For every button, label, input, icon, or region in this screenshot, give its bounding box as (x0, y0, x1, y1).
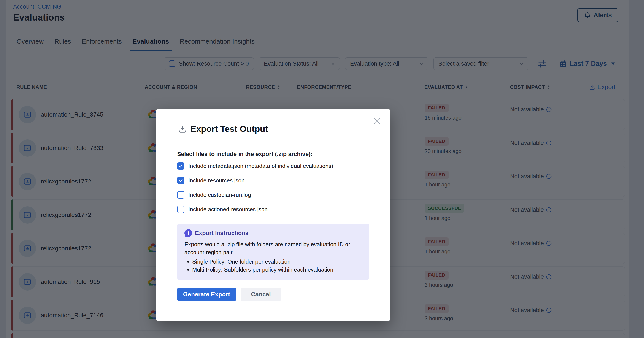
checkbox-checked[interactable] (177, 162, 184, 170)
modal-actions: Generate Export Cancel (177, 288, 281, 301)
export-file-option[interactable]: Include resources.json (177, 177, 333, 184)
modal-divider (179, 143, 367, 143)
export-modal: Export Test Output Select files to inclu… (156, 109, 390, 321)
instructions-bullets: Single Policy: One folder per evaluation… (188, 258, 362, 274)
instruction-bullet: Multi-Policy: Subfolders per policy with… (192, 266, 362, 274)
export-file-option-label: Include metadata.json (metadata of indiv… (188, 163, 333, 169)
check-icon (178, 178, 183, 183)
instructions-title: Export Instructions (195, 230, 248, 237)
check-icon (178, 164, 183, 168)
export-file-option-label: Include custodian-run.log (188, 192, 251, 198)
checkbox-checked[interactable] (177, 177, 184, 184)
export-file-option-label: Include actioned-resources.json (188, 206, 268, 213)
generate-export-button[interactable]: Generate Export (177, 288, 236, 301)
download-icon (178, 125, 186, 133)
cancel-button[interactable]: Cancel (241, 288, 281, 301)
modal-subtitle: Select files to include in the export (.… (177, 151, 312, 158)
close-icon[interactable] (373, 117, 381, 125)
export-file-option-label: Include resources.json (188, 177, 244, 184)
checkbox-unchecked[interactable] (177, 206, 184, 213)
export-file-option[interactable]: Include actioned-resources.json (177, 206, 333, 213)
instructions-body: Exports would a .zip file with folders a… (184, 240, 357, 256)
modal-title-row: Export Test Output (178, 124, 268, 134)
export-file-option[interactable]: Include custodian-run.log (177, 191, 333, 199)
checkbox-unchecked[interactable] (177, 191, 184, 199)
info-bubble-icon: i (184, 229, 192, 237)
instruction-bullet: Single Policy: One folder per evaluation (192, 258, 362, 266)
modal-title: Export Test Output (190, 124, 268, 134)
export-instructions-box: i Export Instructions Exports would a .z… (177, 224, 369, 280)
export-file-options: Include metadata.json (metadata of indiv… (177, 162, 333, 220)
export-file-option[interactable]: Include metadata.json (metadata of indiv… (177, 162, 333, 170)
